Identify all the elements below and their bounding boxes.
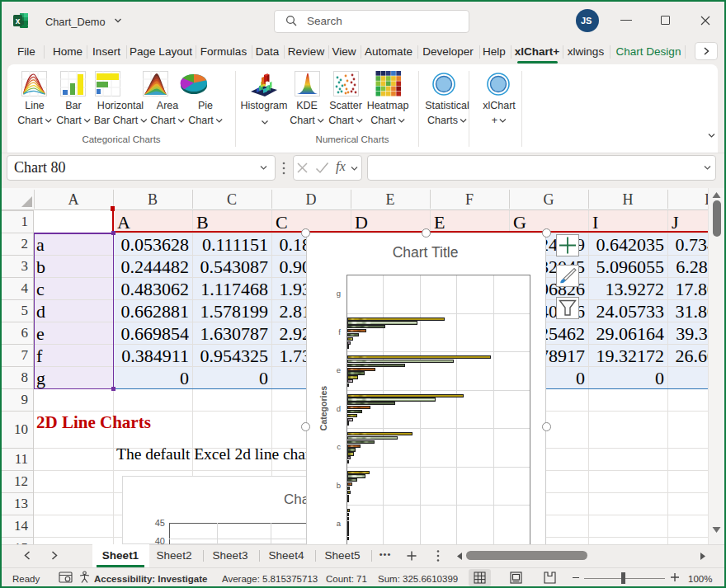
svg-text:x: x xyxy=(16,16,21,26)
